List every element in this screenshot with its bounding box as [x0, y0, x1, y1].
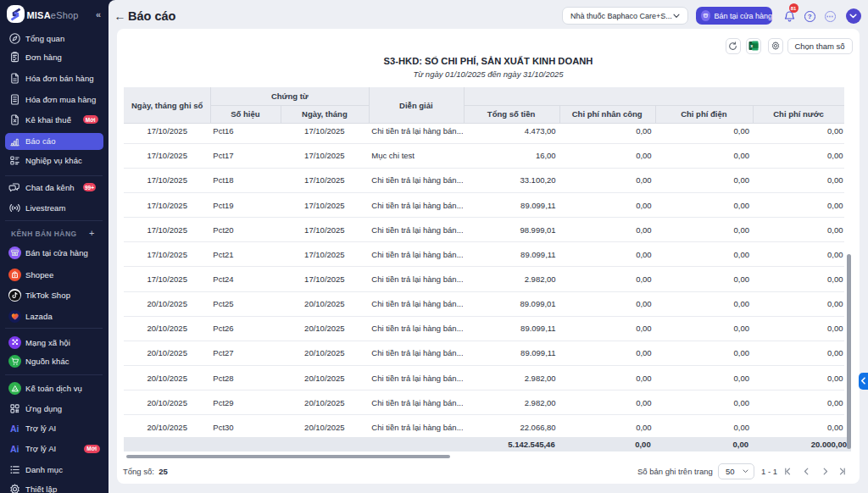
svg-text:Ai: Ai [10, 424, 19, 434]
svg-text:Ai: Ai [10, 444, 19, 454]
